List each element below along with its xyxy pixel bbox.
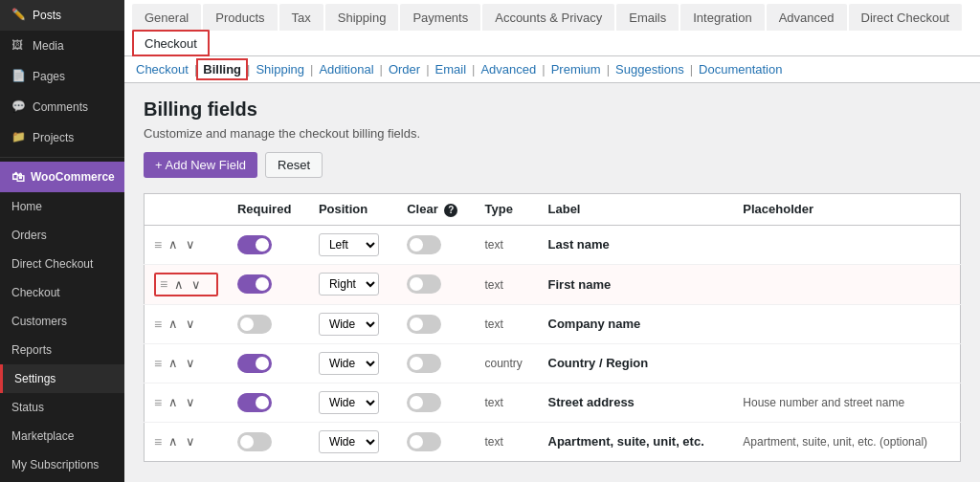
clear-toggle[interactable] [407,274,441,294]
sidebar-item-reports[interactable]: Reports [0,336,124,364]
tab-checkout[interactable]: Checkout [132,30,210,56]
row-up-button[interactable]: ∧ [166,236,181,252]
row-down-button[interactable]: ∨ [183,316,198,332]
required-toggle[interactable] [237,432,272,451]
clear-toggle[interactable] [407,235,441,254]
page-title: Billing fields [144,99,961,120]
sidebar-item-projects[interactable]: 📁 Projects [0,122,124,153]
subtab-email[interactable]: Email [432,60,471,78]
sidebar-item-label: Media [33,39,64,53]
clear-cell [397,422,475,461]
required-cell [228,383,309,422]
drag-handle-icon[interactable]: ≡ [154,434,162,449]
sidebar-woo-header[interactable]: 🛍 WooCommerce [0,162,124,192]
clear-toggle[interactable] [407,393,441,412]
row-down-button[interactable]: ∨ [183,394,198,410]
required-toggle[interactable] [237,315,272,334]
position-select[interactable]: LeftRightWide [319,430,379,453]
label-cell: Apartment, suite, unit, etc. [539,422,734,461]
row-down-button[interactable]: ∨ [189,276,204,293]
sidebar-item-posts[interactable]: ✏️ Posts [0,0,124,31]
position-select[interactable]: LeftRightWide [319,233,379,256]
drag-handle-icon[interactable]: ≡ [160,276,167,292]
row-down-button[interactable]: ∨ [183,355,198,371]
required-toggle[interactable] [237,274,272,294]
sidebar-item-status[interactable]: Status [0,393,124,422]
subtab-shipping[interactable]: Shipping [252,60,308,78]
clear-cell [397,304,475,343]
subtab-suggestions[interactable]: Suggestions [612,60,688,78]
placeholder-cell [733,343,960,383]
row-down-button[interactable]: ∨ [183,433,198,449]
subtab-documentation[interactable]: Documentation [695,60,786,78]
row-up-button[interactable]: ∧ [166,316,181,332]
position-select[interactable]: LeftRightWide [319,391,379,414]
sidebar-item-home[interactable]: Home [0,192,124,221]
clear-toggle[interactable] [407,354,441,373]
add-new-field-button[interactable]: + Add New Field [144,152,257,178]
tab-general[interactable]: General [132,4,201,31]
sidebar-item-customers[interactable]: Customers [0,307,124,336]
tab-direct-checkout[interactable]: Direct Checkout [849,4,962,31]
tab-tax[interactable]: Tax [279,4,323,31]
tab-emails[interactable]: Emails [616,4,679,31]
main-content: General Products Tax Shipping Payments A… [124,0,980,482]
field-label-text: Last name [548,237,610,252]
tab-integration[interactable]: Integration [680,4,764,31]
page-content: Billing fields Customize and manage the … [124,83,980,477]
sidebar-item-direct-checkout[interactable]: Direct Checkout [0,250,124,278]
subtab-additional[interactable]: Additional [315,60,377,78]
sidebar-item-settings[interactable]: Settings [0,364,124,393]
subtab-order[interactable]: Order [385,60,424,78]
sidebar-item-my-subscriptions[interactable]: My Subscriptions [0,450,124,479]
clear-toggle[interactable] [407,315,441,334]
settings-label: Settings [14,372,56,385]
clear-toggle[interactable] [407,432,441,451]
drag-handle-icon[interactable]: ≡ [154,317,162,332]
drag-handle-icon[interactable]: ≡ [154,237,162,252]
drag-handle-icon[interactable]: ≡ [154,395,162,410]
sidebar-item-orders[interactable]: Orders [0,221,124,250]
subtab-advanced[interactable]: Advanced [477,60,540,78]
row-up-button[interactable]: ∧ [166,355,181,371]
type-cell: text [476,304,539,343]
position-cell: LeftRightWide [309,304,397,343]
subtab-billing[interactable]: Billing [199,61,245,77]
status-label: Status [11,401,44,414]
placeholder-cell: Apartment, suite, unit, etc. (optional) [733,422,960,461]
tab-shipping[interactable]: Shipping [325,4,399,31]
sidebar-item-checkout[interactable]: Checkout [0,278,124,307]
subtab-premium[interactable]: Premium [547,60,605,78]
position-select[interactable]: LeftRightWide [319,352,379,375]
row-controls-cell: ≡ ∧ ∨ [145,264,228,304]
sidebar-item-marketplace[interactable]: Marketplace [0,422,124,450]
reset-button[interactable]: Reset [265,152,323,178]
sidebar-item-label: Posts [33,9,61,22]
tab-accounts-privacy[interactable]: Accounts & Privacy [482,4,614,31]
tab-payments[interactable]: Payments [400,4,480,31]
sidebar-item-media[interactable]: 🖼 Media [0,31,124,61]
subtab-checkout[interactable]: Checkout [132,60,192,78]
tab-products[interactable]: Products [203,4,277,31]
label-cell: Company name [539,304,734,343]
clear-help-icon[interactable]: ? [444,204,457,217]
sidebar-item-pages[interactable]: 📄 Pages [0,61,124,92]
tab-advanced[interactable]: Advanced [767,4,847,31]
marketplace-label: Marketplace [11,429,74,443]
required-toggle[interactable] [237,393,272,412]
placeholder-cell [733,304,960,343]
col-label: Label [539,194,734,226]
required-toggle[interactable] [237,235,272,254]
position-select[interactable]: LeftRightWide [319,313,379,336]
field-placeholder-text: House number and street name [743,396,904,409]
required-toggle[interactable] [237,354,272,373]
row-up-button[interactable]: ∧ [171,276,187,293]
row-down-button[interactable]: ∨ [183,236,198,252]
label-cell: Last name [539,225,734,264]
row-up-button[interactable]: ∧ [166,394,181,410]
position-cell: LeftRightWide [309,343,397,383]
drag-handle-icon[interactable]: ≡ [154,356,162,371]
position-select[interactable]: LeftRightWide [319,273,379,296]
row-up-button[interactable]: ∧ [166,433,181,449]
sidebar-item-comments[interactable]: 💬 Comments [0,92,124,122]
